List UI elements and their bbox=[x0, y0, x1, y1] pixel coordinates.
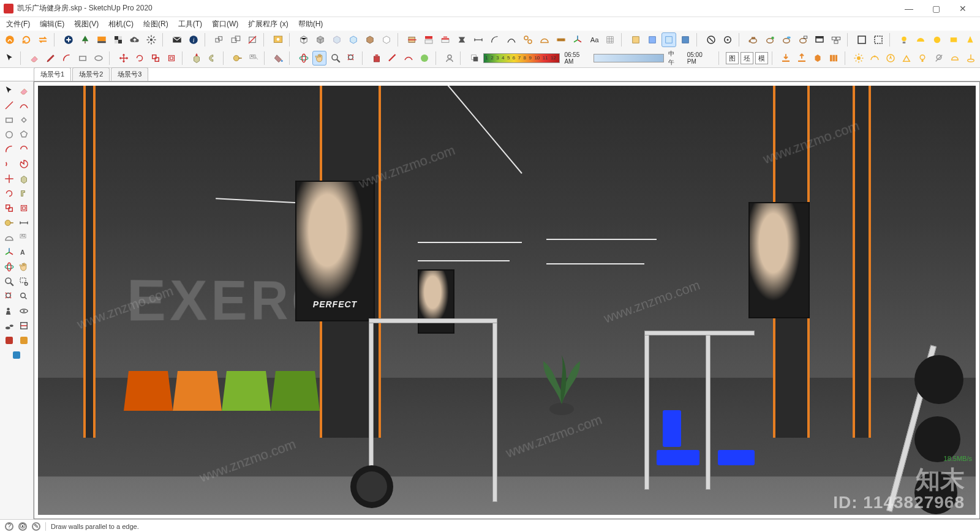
info-icon[interactable]: i bbox=[186, 32, 201, 47]
shadow-date-slider[interactable] bbox=[483, 53, 560, 63]
wire-cube-icon[interactable] bbox=[296, 32, 311, 47]
dimension-tool-icon[interactable] bbox=[471, 32, 486, 47]
soften-icon[interactable] bbox=[401, 51, 415, 66]
rotated-rect-icon[interactable] bbox=[17, 113, 31, 127]
eraser-icon[interactable] bbox=[28, 51, 42, 66]
move-tool-icon[interactable] bbox=[116, 51, 130, 66]
move2-icon[interactable] bbox=[2, 172, 16, 185]
library-icon[interactable] bbox=[827, 51, 841, 66]
style-chip-c[interactable]: 模 bbox=[755, 52, 768, 64]
zoom-extents-icon[interactable] bbox=[344, 51, 358, 66]
minimize-button[interactable]: — bbox=[895, 0, 922, 17]
position-camera-icon[interactable] bbox=[2, 304, 16, 318]
textured-cube-icon[interactable] bbox=[363, 32, 377, 47]
menu-draw[interactable]: 绘图(R) bbox=[140, 18, 172, 31]
tree-model-icon[interactable] bbox=[78, 32, 92, 47]
vray-light-spot-icon[interactable] bbox=[963, 32, 978, 47]
vray-light-sphere-icon[interactable] bbox=[930, 32, 944, 47]
user-icon[interactable] bbox=[442, 51, 456, 66]
geo-icon[interactable]: ⦿ bbox=[18, 522, 27, 531]
plugin-b-icon[interactable] bbox=[17, 334, 31, 347]
menu-help[interactable]: 帮助(H) bbox=[295, 18, 327, 31]
line-tool-icon[interactable] bbox=[2, 99, 16, 112]
sun-path-icon[interactable] bbox=[868, 51, 882, 66]
menu-extensions[interactable]: 扩展程序 (x) bbox=[244, 18, 292, 31]
menu-camera[interactable]: 相机(C) bbox=[105, 18, 137, 31]
zoom-icon[interactable] bbox=[328, 51, 342, 66]
live-component-icon[interactable] bbox=[811, 51, 825, 66]
arc2-icon[interactable] bbox=[2, 143, 16, 156]
pie-icon[interactable] bbox=[17, 157, 31, 171]
3dtext-icon[interactable]: A bbox=[17, 245, 31, 259]
section-plane-icon[interactable] bbox=[405, 32, 420, 47]
tape2-icon[interactable] bbox=[2, 216, 16, 230]
plugin-a-icon[interactable] bbox=[2, 334, 16, 347]
light-off-icon[interactable] bbox=[932, 51, 946, 66]
textured-face-icon[interactable] bbox=[678, 32, 693, 47]
tape-measure-icon[interactable] bbox=[554, 32, 568, 47]
hide-icon[interactable] bbox=[245, 32, 260, 47]
followme-icon[interactable] bbox=[205, 51, 219, 66]
scale2-icon[interactable] bbox=[2, 201, 16, 215]
select-arrow-icon[interactable] bbox=[2, 51, 17, 66]
freehand-line-icon[interactable] bbox=[504, 32, 519, 47]
arc-tool-icon[interactable] bbox=[59, 51, 74, 66]
menu-tools[interactable]: 工具(T) bbox=[175, 18, 206, 31]
circle-tool-icon[interactable] bbox=[91, 51, 105, 66]
section-cut-icon[interactable] bbox=[438, 32, 453, 47]
polygon-icon[interactable] bbox=[17, 128, 31, 141]
mono-cube-icon[interactable] bbox=[379, 32, 394, 47]
menu-window[interactable]: 窗口(W) bbox=[208, 18, 242, 31]
vray-settings-icon[interactable] bbox=[720, 32, 735, 47]
export-model-icon[interactable] bbox=[795, 51, 809, 66]
model-viewport[interactable]: EXERC bbox=[34, 81, 980, 519]
shadow-toggle-icon[interactable] bbox=[467, 51, 481, 66]
component-icon[interactable] bbox=[228, 32, 243, 47]
protractor2-icon[interactable] bbox=[2, 231, 16, 244]
section-fill-icon[interactable] bbox=[454, 32, 469, 47]
scene-tab-2[interactable]: 场景号2 bbox=[72, 67, 110, 81]
teapot-viewport-icon[interactable] bbox=[796, 32, 810, 47]
light-bulb-icon[interactable] bbox=[916, 51, 930, 66]
grid-icon[interactable] bbox=[603, 32, 617, 47]
pan-icon[interactable] bbox=[312, 51, 326, 66]
vray-light-panel-icon[interactable] bbox=[897, 32, 911, 47]
checker-icon[interactable] bbox=[111, 32, 126, 47]
mail-icon[interactable] bbox=[170, 32, 184, 47]
eraser-tool-icon[interactable] bbox=[17, 84, 31, 97]
menu-file[interactable]: 文件(F) bbox=[2, 18, 34, 31]
section-icon[interactable] bbox=[17, 319, 31, 332]
prev-view-icon[interactable] bbox=[17, 290, 31, 303]
credits-icon[interactable]: ✎ bbox=[32, 522, 40, 531]
menu-edit[interactable]: 编辑(E) bbox=[36, 18, 68, 31]
look-around-icon[interactable] bbox=[17, 304, 31, 318]
orbit-icon[interactable] bbox=[296, 51, 311, 66]
material-browser-icon[interactable] bbox=[417, 51, 431, 66]
shadow-time-slider[interactable] bbox=[594, 54, 664, 62]
spot-light-icon[interactable] bbox=[963, 51, 978, 66]
vray-icon[interactable] bbox=[704, 32, 718, 47]
frame-buffer-icon[interactable] bbox=[812, 32, 827, 47]
teapot-interactive-icon[interactable] bbox=[763, 32, 777, 47]
batch-render-icon[interactable] bbox=[829, 32, 843, 47]
paint-face-icon[interactable] bbox=[645, 32, 660, 47]
text2-icon[interactable]: A1 bbox=[17, 231, 31, 244]
sun-icon[interactable] bbox=[852, 51, 866, 66]
scene-tab-3[interactable]: 场景号3 bbox=[111, 67, 148, 81]
rotate2-icon[interactable] bbox=[2, 187, 16, 200]
freehand-tool-icon[interactable] bbox=[17, 99, 31, 112]
orbit2-icon[interactable] bbox=[2, 260, 16, 274]
teapot-cloud-icon[interactable] bbox=[779, 32, 794, 47]
add-circle-icon[interactable] bbox=[61, 32, 76, 47]
section-display-icon[interactable] bbox=[421, 32, 436, 47]
edge-style-icon[interactable] bbox=[385, 51, 399, 66]
angle-sun-icon[interactable] bbox=[900, 51, 914, 66]
teapot-render-icon[interactable] bbox=[746, 32, 761, 47]
back-face-icon[interactable] bbox=[628, 32, 643, 47]
group-cubes-icon[interactable] bbox=[212, 32, 227, 47]
protractor-icon[interactable] bbox=[537, 32, 552, 47]
rotate-tool-icon[interactable] bbox=[132, 51, 146, 66]
sky-icon[interactable] bbox=[94, 32, 109, 47]
menu-view[interactable]: 视图(V) bbox=[70, 18, 102, 31]
scale-tool-icon[interactable] bbox=[148, 51, 162, 66]
